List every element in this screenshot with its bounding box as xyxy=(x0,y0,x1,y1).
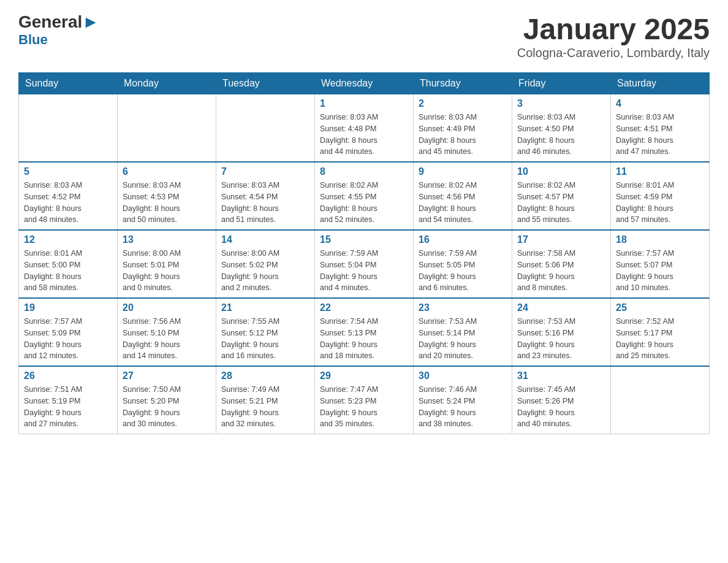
weekday-header-friday: Friday xyxy=(512,73,611,94)
calendar-cell: 14Sunrise: 8:00 AM Sunset: 5:02 PM Dayli… xyxy=(216,230,315,298)
calendar-cell: 6Sunrise: 8:03 AM Sunset: 4:53 PM Daylig… xyxy=(118,162,216,230)
calendar-cell: 9Sunrise: 8:02 AM Sunset: 4:56 PM Daylig… xyxy=(414,162,512,230)
day-number: 30 xyxy=(419,370,507,381)
logo: General► Blue xyxy=(18,12,99,48)
calendar-cell xyxy=(611,366,710,434)
calendar-cell: 4Sunrise: 8:03 AM Sunset: 4:51 PM Daylig… xyxy=(611,94,710,163)
day-number: 16 xyxy=(419,234,507,245)
day-info: Sunrise: 8:03 AM Sunset: 4:51 PM Dayligh… xyxy=(616,112,704,158)
day-number: 28 xyxy=(221,370,309,381)
day-number: 4 xyxy=(616,98,704,109)
logo-text: General► xyxy=(18,12,99,32)
month-title: January 2025 xyxy=(517,12,710,46)
weekday-header-saturday: Saturday xyxy=(611,73,710,94)
title-block: January 2025 Cologna-Caraverio, Lombardy… xyxy=(517,12,710,60)
logo-general: General► xyxy=(18,12,99,32)
location: Cologna-Caraverio, Lombardy, Italy xyxy=(517,46,710,60)
calendar-cell: 20Sunrise: 7:56 AM Sunset: 5:10 PM Dayli… xyxy=(118,298,216,366)
day-number: 29 xyxy=(320,370,408,381)
day-number: 9 xyxy=(419,166,507,177)
day-info: Sunrise: 7:55 AM Sunset: 5:12 PM Dayligh… xyxy=(221,316,309,362)
day-info: Sunrise: 8:03 AM Sunset: 4:48 PM Dayligh… xyxy=(320,112,408,158)
calendar-cell: 11Sunrise: 8:01 AM Sunset: 4:59 PM Dayli… xyxy=(611,162,710,230)
calendar-cell: 24Sunrise: 7:53 AM Sunset: 5:16 PM Dayli… xyxy=(512,298,611,366)
page-header: General► Blue January 2025 Cologna-Carav… xyxy=(18,12,710,60)
calendar-cell: 30Sunrise: 7:46 AM Sunset: 5:24 PM Dayli… xyxy=(414,366,512,434)
day-number: 10 xyxy=(517,166,605,177)
weekday-header-wednesday: Wednesday xyxy=(315,73,414,94)
calendar-cell: 21Sunrise: 7:55 AM Sunset: 5:12 PM Dayli… xyxy=(216,298,315,366)
calendar-cell: 18Sunrise: 7:57 AM Sunset: 5:07 PM Dayli… xyxy=(611,230,710,298)
day-info: Sunrise: 8:03 AM Sunset: 4:49 PM Dayligh… xyxy=(419,112,507,158)
weekday-header-tuesday: Tuesday xyxy=(216,73,315,94)
day-number: 24 xyxy=(517,302,605,313)
calendar-cell xyxy=(216,94,315,163)
day-info: Sunrise: 7:57 AM Sunset: 5:09 PM Dayligh… xyxy=(24,316,112,362)
day-info: Sunrise: 7:53 AM Sunset: 5:14 PM Dayligh… xyxy=(419,316,507,362)
day-number: 13 xyxy=(123,234,211,245)
day-info: Sunrise: 7:46 AM Sunset: 5:24 PM Dayligh… xyxy=(419,384,507,430)
calendar-cell xyxy=(19,94,118,163)
day-number: 17 xyxy=(517,234,605,245)
weekday-header-monday: Monday xyxy=(118,73,216,94)
day-number: 12 xyxy=(24,234,112,245)
day-number: 2 xyxy=(419,98,507,109)
day-info: Sunrise: 7:47 AM Sunset: 5:23 PM Dayligh… xyxy=(320,384,408,430)
calendar-cell: 13Sunrise: 8:00 AM Sunset: 5:01 PM Dayli… xyxy=(118,230,216,298)
day-number: 1 xyxy=(320,98,408,109)
week-row-4: 19Sunrise: 7:57 AM Sunset: 5:09 PM Dayli… xyxy=(19,298,710,366)
day-info: Sunrise: 7:49 AM Sunset: 5:21 PM Dayligh… xyxy=(221,384,309,430)
calendar-cell: 25Sunrise: 7:52 AM Sunset: 5:17 PM Dayli… xyxy=(611,298,710,366)
day-info: Sunrise: 7:59 AM Sunset: 5:05 PM Dayligh… xyxy=(419,248,507,294)
day-info: Sunrise: 7:45 AM Sunset: 5:26 PM Dayligh… xyxy=(517,384,605,430)
day-number: 26 xyxy=(24,370,112,381)
day-info: Sunrise: 8:03 AM Sunset: 4:52 PM Dayligh… xyxy=(24,180,112,226)
day-number: 19 xyxy=(24,302,112,313)
day-number: 7 xyxy=(221,166,309,177)
day-number: 14 xyxy=(221,234,309,245)
calendar-cell: 8Sunrise: 8:02 AM Sunset: 4:55 PM Daylig… xyxy=(315,162,414,230)
calendar-cell xyxy=(118,94,216,163)
day-number: 8 xyxy=(320,166,408,177)
calendar-cell: 23Sunrise: 7:53 AM Sunset: 5:14 PM Dayli… xyxy=(414,298,512,366)
day-number: 27 xyxy=(123,370,211,381)
day-number: 6 xyxy=(123,166,211,177)
day-info: Sunrise: 7:58 AM Sunset: 5:06 PM Dayligh… xyxy=(517,248,605,294)
day-number: 25 xyxy=(616,302,704,313)
week-row-2: 5Sunrise: 8:03 AM Sunset: 4:52 PM Daylig… xyxy=(19,162,710,230)
calendar-cell: 19Sunrise: 7:57 AM Sunset: 5:09 PM Dayli… xyxy=(19,298,118,366)
calendar-cell: 29Sunrise: 7:47 AM Sunset: 5:23 PM Dayli… xyxy=(315,366,414,434)
day-number: 23 xyxy=(419,302,507,313)
calendar-cell: 27Sunrise: 7:50 AM Sunset: 5:20 PM Dayli… xyxy=(118,366,216,434)
calendar-cell: 22Sunrise: 7:54 AM Sunset: 5:13 PM Dayli… xyxy=(315,298,414,366)
calendar-cell: 2Sunrise: 8:03 AM Sunset: 4:49 PM Daylig… xyxy=(414,94,512,163)
day-info: Sunrise: 8:01 AM Sunset: 4:59 PM Dayligh… xyxy=(616,180,704,226)
calendar-cell: 31Sunrise: 7:45 AM Sunset: 5:26 PM Dayli… xyxy=(512,366,611,434)
weekday-header-thursday: Thursday xyxy=(414,73,512,94)
day-number: 31 xyxy=(517,370,605,381)
calendar-cell: 5Sunrise: 8:03 AM Sunset: 4:52 PM Daylig… xyxy=(19,162,118,230)
day-info: Sunrise: 7:56 AM Sunset: 5:10 PM Dayligh… xyxy=(123,316,211,362)
day-info: Sunrise: 8:02 AM Sunset: 4:56 PM Dayligh… xyxy=(419,180,507,226)
calendar-cell: 3Sunrise: 8:03 AM Sunset: 4:50 PM Daylig… xyxy=(512,94,611,163)
day-info: Sunrise: 7:53 AM Sunset: 5:16 PM Dayligh… xyxy=(517,316,605,362)
day-number: 11 xyxy=(616,166,704,177)
day-info: Sunrise: 8:01 AM Sunset: 5:00 PM Dayligh… xyxy=(24,248,112,294)
logo-blue-text: Blue xyxy=(18,32,48,48)
calendar-cell: 1Sunrise: 8:03 AM Sunset: 4:48 PM Daylig… xyxy=(315,94,414,163)
calendar-table: SundayMondayTuesdayWednesdayThursdayFrid… xyxy=(18,72,710,434)
day-info: Sunrise: 7:52 AM Sunset: 5:17 PM Dayligh… xyxy=(616,316,704,362)
day-info: Sunrise: 8:00 AM Sunset: 5:02 PM Dayligh… xyxy=(221,248,309,294)
day-info: Sunrise: 7:50 AM Sunset: 5:20 PM Dayligh… xyxy=(123,384,211,430)
weekday-header-row: SundayMondayTuesdayWednesdayThursdayFrid… xyxy=(19,73,710,94)
calendar-cell: 28Sunrise: 7:49 AM Sunset: 5:21 PM Dayli… xyxy=(216,366,315,434)
day-info: Sunrise: 7:51 AM Sunset: 5:19 PM Dayligh… xyxy=(24,384,112,430)
day-number: 22 xyxy=(320,302,408,313)
day-number: 18 xyxy=(616,234,704,245)
calendar-cell: 12Sunrise: 8:01 AM Sunset: 5:00 PM Dayli… xyxy=(19,230,118,298)
weekday-header-sunday: Sunday xyxy=(19,73,118,94)
day-number: 5 xyxy=(24,166,112,177)
day-number: 21 xyxy=(221,302,309,313)
day-info: Sunrise: 8:03 AM Sunset: 4:50 PM Dayligh… xyxy=(517,112,605,158)
day-info: Sunrise: 8:00 AM Sunset: 5:01 PM Dayligh… xyxy=(123,248,211,294)
